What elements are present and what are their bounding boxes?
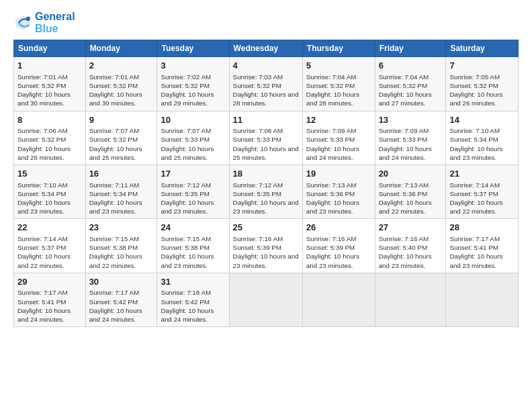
daylight-label: Daylight: 10 hours and 26 minutes. — [17, 145, 71, 161]
calendar-cell — [375, 273, 446, 326]
sunrise-label: Sunrise: 7:06 AM — [17, 127, 68, 134]
sunset-label: Sunset: 5:32 PM — [306, 82, 355, 89]
sunrise-label: Sunrise: 7:11 AM — [89, 181, 140, 189]
day-number: 15 — [17, 168, 82, 180]
day-number: 31 — [161, 276, 225, 288]
sunset-label: Sunset: 5:34 PM — [449, 136, 498, 143]
calendar-table: SundayMondayTuesdayWednesdayThursdayFrid… — [13, 40, 519, 327]
sunset-label: Sunset: 5:36 PM — [379, 190, 427, 197]
sunset-label: Sunset: 5:32 PM — [17, 136, 66, 143]
sunrise-label: Sunrise: 7:16 AM — [379, 235, 429, 242]
day-number: 4 — [233, 60, 299, 72]
week-row-3: 15 Sunrise: 7:10 AM Sunset: 5:34 PM Dayl… — [14, 165, 519, 219]
week-row-4: 22 Sunrise: 7:14 AM Sunset: 5:37 PM Dayl… — [14, 219, 519, 273]
calendar-cell: 14 Sunrise: 7:10 AM Sunset: 5:34 PM Dayl… — [446, 111, 519, 165]
daylight-label: Daylight: 10 hours and 24 minutes. — [379, 145, 432, 161]
week-row-2: 8 Sunrise: 7:06 AM Sunset: 5:32 PM Dayli… — [14, 111, 519, 165]
day-number: 14 — [449, 114, 515, 126]
sunset-label: Sunset: 5:34 PM — [89, 190, 138, 197]
sunrise-label: Sunrise: 7:01 AM — [89, 73, 140, 81]
sunset-label: Sunset: 5:40 PM — [379, 244, 427, 251]
calendar-cell: 11 Sunrise: 7:08 AM Sunset: 5:33 PM Dayl… — [229, 111, 302, 165]
sunrise-label: Sunrise: 7:16 AM — [233, 235, 283, 242]
daylight-label: Daylight: 10 hours and 23 minutes. — [379, 253, 432, 269]
calendar-cell: 19 Sunrise: 7:13 AM Sunset: 5:36 PM Dayl… — [302, 165, 375, 219]
sunset-label: Sunset: 5:39 PM — [233, 244, 281, 251]
day-number: 25 — [233, 222, 299, 234]
sunset-label: Sunset: 5:32 PM — [379, 82, 427, 89]
page: General Blue SundayMondayTuesdayWednesda… — [0, 0, 532, 411]
sunrise-label: Sunrise: 7:07 AM — [161, 127, 211, 134]
sunset-label: Sunset: 5:42 PM — [161, 298, 209, 306]
sunrise-label: Sunrise: 7:08 AM — [233, 127, 283, 134]
sunset-label: Sunset: 5:36 PM — [306, 190, 355, 197]
daylight-label: Daylight: 10 hours and 25 minutes. — [89, 145, 142, 161]
day-number: 18 — [233, 168, 299, 180]
sunrise-label: Sunrise: 7:14 AM — [449, 181, 500, 189]
calendar-cell: 7 Sunrise: 7:05 AM Sunset: 5:32 PM Dayli… — [446, 57, 519, 111]
day-number: 27 — [379, 222, 443, 234]
calendar-cell: 28 Sunrise: 7:17 AM Sunset: 5:41 PM Dayl… — [446, 219, 519, 273]
calendar-body: 1 Sunrise: 7:01 AM Sunset: 5:32 PM Dayli… — [14, 57, 519, 327]
sunrise-label: Sunrise: 7:05 AM — [449, 73, 500, 81]
daylight-label: Daylight: 10 hours and 25 minutes. — [233, 145, 299, 161]
day-number: 5 — [306, 60, 371, 72]
daylight-label: Daylight: 10 hours and 24 minutes. — [161, 307, 214, 323]
sunset-label: Sunset: 5:38 PM — [89, 244, 138, 251]
sunset-label: Sunset: 5:41 PM — [449, 244, 498, 251]
sunset-label: Sunset: 5:35 PM — [233, 190, 281, 197]
sunrise-label: Sunrise: 7:16 AM — [306, 235, 357, 242]
calendar-cell: 22 Sunrise: 7:14 AM Sunset: 5:37 PM Dayl… — [14, 219, 86, 273]
weekday-header-saturday: Saturday — [446, 40, 519, 57]
day-number: 30 — [89, 276, 154, 288]
calendar-cell: 9 Sunrise: 7:07 AM Sunset: 5:32 PM Dayli… — [85, 111, 157, 165]
daylight-label: Daylight: 10 hours and 30 minutes. — [89, 91, 142, 107]
sunset-label: Sunset: 5:33 PM — [233, 136, 281, 143]
calendar-cell: 4 Sunrise: 7:03 AM Sunset: 5:32 PM Dayli… — [229, 57, 302, 111]
sunrise-label: Sunrise: 7:03 AM — [233, 73, 283, 81]
day-number: 21 — [449, 168, 515, 180]
calendar-cell: 12 Sunrise: 7:09 AM Sunset: 5:33 PM Dayl… — [302, 111, 375, 165]
sunset-label: Sunset: 5:32 PM — [233, 82, 281, 89]
calendar-cell: 29 Sunrise: 7:17 AM Sunset: 5:41 PM Dayl… — [14, 273, 86, 326]
daylight-label: Daylight: 10 hours and 22 minutes. — [379, 199, 432, 215]
day-number: 28 — [449, 222, 515, 234]
calendar-cell: 15 Sunrise: 7:10 AM Sunset: 5:34 PM Dayl… — [14, 165, 86, 219]
daylight-label: Daylight: 10 hours and 23 minutes. — [449, 145, 502, 161]
sunrise-label: Sunrise: 7:18 AM — [161, 289, 211, 296]
sunrise-label: Sunrise: 7:10 AM — [17, 181, 68, 189]
calendar-cell: 16 Sunrise: 7:11 AM Sunset: 5:34 PM Dayl… — [85, 165, 157, 219]
day-number: 13 — [379, 114, 443, 126]
week-row-1: 1 Sunrise: 7:01 AM Sunset: 5:32 PM Dayli… — [14, 57, 519, 111]
day-number: 12 — [306, 114, 371, 126]
sunrise-label: Sunrise: 7:17 AM — [449, 235, 500, 242]
calendar-cell: 18 Sunrise: 7:12 AM Sunset: 5:35 PM Dayl… — [229, 165, 302, 219]
sunrise-label: Sunrise: 7:04 AM — [379, 73, 429, 81]
logo: General Blue — [13, 11, 75, 34]
daylight-label: Daylight: 10 hours and 23 minutes. — [161, 253, 214, 269]
sunrise-label: Sunrise: 7:14 AM — [17, 235, 68, 242]
sunrise-label: Sunrise: 7:12 AM — [233, 181, 283, 189]
sunrise-label: Sunrise: 7:07 AM — [89, 127, 140, 134]
week-row-5: 29 Sunrise: 7:17 AM Sunset: 5:41 PM Dayl… — [14, 273, 519, 326]
daylight-label: Daylight: 10 hours and 23 minutes. — [161, 199, 214, 215]
day-number: 29 — [17, 276, 82, 288]
daylight-label: Daylight: 10 hours and 23 minutes. — [89, 199, 142, 215]
daylight-label: Daylight: 10 hours and 25 minutes. — [161, 145, 214, 161]
daylight-label: Daylight: 10 hours and 22 minutes. — [449, 199, 502, 215]
sunset-label: Sunset: 5:37 PM — [17, 244, 66, 251]
sunset-label: Sunset: 5:32 PM — [161, 82, 209, 89]
day-number: 26 — [306, 222, 371, 234]
sunset-label: Sunset: 5:39 PM — [306, 244, 355, 251]
sunrise-label: Sunrise: 7:02 AM — [161, 73, 211, 81]
calendar-cell: 24 Sunrise: 7:15 AM Sunset: 5:38 PM Dayl… — [157, 219, 229, 273]
daylight-label: Daylight: 10 hours and 24 minutes. — [306, 145, 359, 161]
sunset-label: Sunset: 5:38 PM — [161, 244, 209, 251]
sunset-label: Sunset: 5:32 PM — [17, 82, 66, 89]
sunset-label: Sunset: 5:42 PM — [89, 298, 138, 306]
calendar-cell — [446, 273, 519, 326]
daylight-label: Daylight: 10 hours and 23 minutes. — [306, 199, 359, 215]
sunrise-label: Sunrise: 7:09 AM — [306, 127, 357, 134]
sunset-label: Sunset: 5:32 PM — [89, 82, 138, 89]
weekday-header-thursday: Thursday — [302, 40, 375, 57]
